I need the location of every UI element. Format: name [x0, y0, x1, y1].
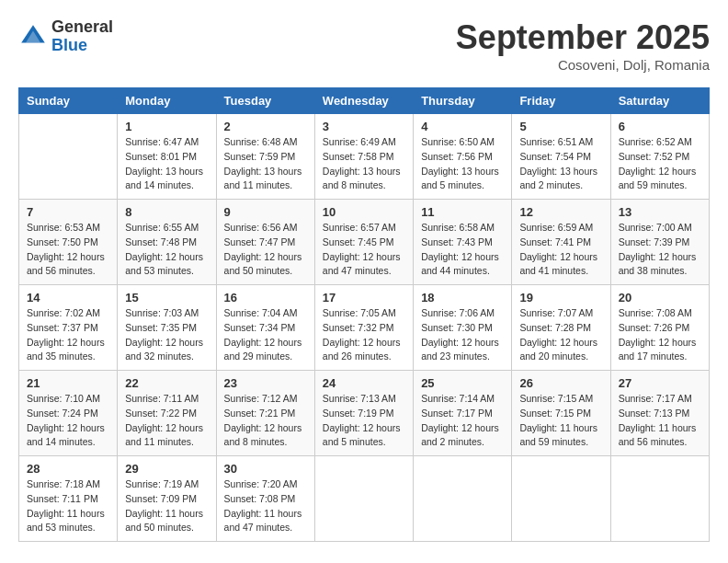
day-info-line: Daylight: 12 hours — [224, 336, 307, 350]
day-info-line: Sunrise: 7:10 AM — [27, 392, 109, 407]
day-info: Sunrise: 7:06 AMSunset: 7:30 PMDaylight:… — [421, 306, 504, 364]
day-info-line: Sunset: 7:28 PM — [519, 321, 602, 336]
calendar-cell: 10Sunrise: 6:57 AMSunset: 7:45 PMDayligh… — [314, 200, 413, 285]
day-info: Sunrise: 7:12 AMSunset: 7:21 PMDaylight:… — [224, 392, 307, 450]
day-info-line: Sunrise: 6:48 AM — [224, 135, 307, 150]
day-info-line: and 50 minutes. — [224, 264, 307, 279]
day-info: Sunrise: 6:47 AMSunset: 8:01 PMDaylight:… — [125, 135, 208, 193]
day-info-line: Sunset: 7:56 PM — [421, 150, 504, 165]
day-info: Sunrise: 6:50 AMSunset: 7:56 PMDaylight:… — [421, 135, 504, 193]
calendar-cell: 7Sunrise: 6:53 AMSunset: 7:50 PMDaylight… — [19, 200, 118, 285]
day-number: 1 — [125, 120, 208, 133]
day-info-line: Daylight: 12 hours — [519, 336, 602, 350]
day-info: Sunrise: 6:48 AMSunset: 7:59 PMDaylight:… — [224, 135, 307, 193]
day-info-line: and 23 minutes. — [421, 350, 504, 364]
day-info-line: Sunset: 7:35 PM — [125, 321, 208, 336]
day-info-line: Sunset: 7:50 PM — [27, 236, 109, 250]
day-info: Sunrise: 6:53 AMSunset: 7:50 PMDaylight:… — [27, 221, 109, 279]
day-number: 8 — [125, 205, 208, 219]
day-info-line: Sunrise: 7:17 AM — [619, 392, 701, 407]
day-info-line: Sunrise: 7:11 AM — [125, 392, 208, 407]
day-info-line: Daylight: 12 hours — [619, 250, 701, 265]
day-info-line: Sunrise: 7:05 AM — [323, 306, 405, 321]
day-info: Sunrise: 6:49 AMSunset: 7:58 PMDaylight:… — [323, 135, 405, 193]
day-number: 5 — [519, 120, 602, 133]
day-info-line: Sunrise: 6:59 AM — [519, 221, 602, 236]
day-info-line: Sunset: 7:15 PM — [519, 407, 602, 421]
calendar-cell: 4Sunrise: 6:50 AMSunset: 7:56 PMDaylight… — [414, 114, 512, 200]
day-info-line: Sunrise: 6:52 AM — [619, 135, 701, 150]
day-info-line: Sunrise: 6:55 AM — [125, 221, 208, 236]
day-info-line: Sunset: 7:32 PM — [323, 321, 405, 336]
day-header-thursday: Thursday — [414, 88, 512, 114]
day-info: Sunrise: 6:56 AMSunset: 7:47 PMDaylight:… — [224, 221, 307, 279]
day-info-line: and 56 minutes. — [619, 435, 701, 450]
logo-text: General Blue — [51, 18, 113, 55]
day-info-line: Sunrise: 6:49 AM — [323, 135, 405, 150]
day-info-line: Sunrise: 7:18 AM — [27, 477, 109, 492]
day-number: 6 — [619, 120, 701, 133]
title-block: September 2025 Cosoveni, Dolj, Romania — [456, 18, 710, 73]
day-number: 21 — [27, 376, 109, 390]
day-info-line: Daylight: 12 hours — [125, 250, 208, 265]
day-info-line: Daylight: 12 hours — [619, 165, 701, 179]
day-header-monday: Monday — [118, 88, 216, 114]
day-info-line: Sunrise: 6:57 AM — [323, 221, 405, 236]
day-info-line: Sunrise: 7:19 AM — [125, 477, 208, 492]
day-info: Sunrise: 6:51 AMSunset: 7:54 PMDaylight:… — [519, 135, 602, 193]
day-info-line: Sunset: 7:47 PM — [224, 236, 307, 250]
day-info-line: Sunrise: 6:47 AM — [125, 135, 208, 150]
calendar-cell: 19Sunrise: 7:07 AMSunset: 7:28 PMDayligh… — [512, 285, 610, 371]
day-number: 30 — [224, 462, 307, 476]
day-info-line: and 35 minutes. — [27, 350, 109, 364]
day-info: Sunrise: 7:20 AMSunset: 7:08 PMDaylight:… — [224, 477, 307, 535]
day-info-line: Daylight: 12 hours — [125, 421, 208, 436]
day-info-line: Sunset: 7:09 PM — [125, 492, 208, 507]
logo-general: General — [51, 18, 113, 37]
day-info-line: Sunrise: 7:06 AM — [421, 306, 504, 321]
location-subtitle: Cosoveni, Dolj, Romania — [456, 57, 710, 73]
logo: General Blue — [18, 18, 113, 55]
day-info-line: and 29 minutes. — [224, 350, 307, 364]
calendar-week-1: 1Sunrise: 6:47 AMSunset: 8:01 PMDaylight… — [19, 114, 710, 200]
day-info-line: Sunset: 7:13 PM — [619, 407, 701, 421]
day-number: 11 — [421, 205, 504, 219]
calendar-cell: 25Sunrise: 7:14 AMSunset: 7:17 PMDayligh… — [414, 371, 512, 456]
day-info: Sunrise: 7:00 AMSunset: 7:39 PMDaylight:… — [619, 221, 701, 279]
day-info: Sunrise: 7:18 AMSunset: 7:11 PMDaylight:… — [27, 477, 109, 535]
calendar-cell: 3Sunrise: 6:49 AMSunset: 7:58 PMDaylight… — [314, 114, 413, 200]
calendar-cell: 21Sunrise: 7:10 AMSunset: 7:24 PMDayligh… — [19, 371, 118, 456]
day-info: Sunrise: 6:59 AMSunset: 7:41 PMDaylight:… — [519, 221, 602, 279]
day-info-line: Sunset: 7:26 PM — [619, 321, 701, 336]
calendar-cell: 1Sunrise: 6:47 AMSunset: 8:01 PMDaylight… — [118, 114, 216, 200]
day-info-line: and 14 minutes. — [125, 178, 208, 193]
day-number: 23 — [224, 376, 307, 390]
day-info-line: Sunset: 7:52 PM — [619, 150, 701, 165]
day-info-line: Daylight: 12 hours — [421, 336, 504, 350]
day-info-line: and 59 minutes. — [619, 178, 701, 193]
day-info-line: Sunrise: 7:02 AM — [27, 306, 109, 321]
day-info-line: and 11 minutes. — [125, 435, 208, 450]
day-info-line: Sunset: 7:21 PM — [224, 407, 307, 421]
day-info-line: and 8 minutes. — [323, 178, 405, 193]
day-info-line: Sunrise: 6:53 AM — [27, 221, 109, 236]
day-info-line: Daylight: 13 hours — [421, 165, 504, 179]
day-info-line: Sunrise: 7:13 AM — [323, 392, 405, 407]
day-info-line: Daylight: 13 hours — [224, 165, 307, 179]
day-number: 27 — [619, 376, 701, 390]
day-info-line: Sunrise: 7:00 AM — [619, 221, 701, 236]
day-info-line: Daylight: 13 hours — [323, 165, 405, 179]
day-info: Sunrise: 6:52 AMSunset: 7:52 PMDaylight:… — [619, 135, 701, 193]
day-info-line: and 59 minutes. — [519, 435, 602, 450]
day-number: 25 — [421, 376, 504, 390]
calendar-cell: 20Sunrise: 7:08 AMSunset: 7:26 PMDayligh… — [610, 285, 709, 371]
day-info: Sunrise: 7:08 AMSunset: 7:26 PMDaylight:… — [619, 306, 701, 364]
calendar-cell: 28Sunrise: 7:18 AMSunset: 7:11 PMDayligh… — [19, 456, 118, 542]
day-number: 14 — [27, 291, 109, 304]
calendar-cell: 5Sunrise: 6:51 AMSunset: 7:54 PMDaylight… — [512, 114, 610, 200]
calendar-cell: 13Sunrise: 7:00 AMSunset: 7:39 PMDayligh… — [610, 200, 709, 285]
day-info-line: and 11 minutes. — [224, 178, 307, 193]
day-info-line: Daylight: 12 hours — [421, 250, 504, 265]
logo-icon — [18, 22, 48, 52]
calendar-cell: 11Sunrise: 6:58 AMSunset: 7:43 PMDayligh… — [414, 200, 512, 285]
